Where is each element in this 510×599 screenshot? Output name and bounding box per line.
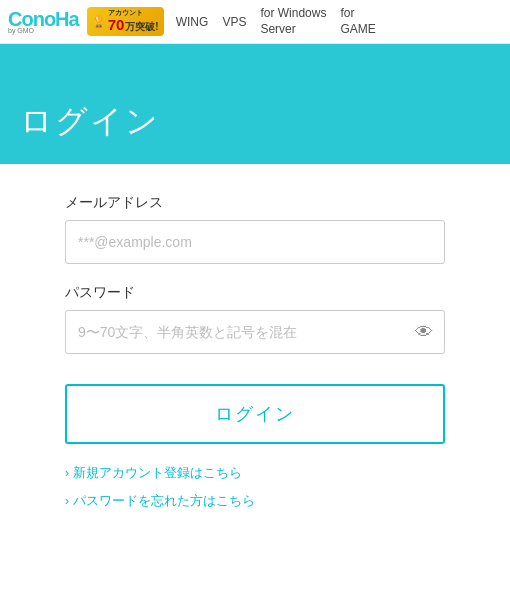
logo: ConoHa by GMO [8, 9, 79, 34]
nav-for-game[interactable]: for GAME [340, 6, 375, 37]
logo-bygmo: by GMO [8, 27, 79, 34]
password-toggle-icon[interactable]: 👁 [415, 322, 433, 343]
login-button[interactable]: ログイン [65, 384, 445, 444]
hero-banner: ログイン [0, 44, 510, 164]
nav-for-windows-line1: for Windows [260, 6, 326, 22]
nav-wing[interactable]: WING [176, 15, 209, 29]
badge-70man: 🏆 アカウント 70 万突破! [87, 7, 164, 36]
trophy-icon: 🏆 [92, 15, 106, 28]
main-nav: WING VPS for Windows Server for GAME [176, 6, 376, 37]
chevron-right-icon-2: › [65, 494, 69, 508]
nav-for-game-line2: GAME [340, 22, 375, 38]
password-input[interactable] [65, 310, 445, 354]
nav-for-game-line1: for [340, 6, 375, 22]
register-link[interactable]: › 新規アカウント登録はこちら [65, 464, 445, 482]
nav-for-windows[interactable]: for Windows Server [260, 6, 326, 37]
email-field-group: メールアドレス [65, 194, 445, 264]
register-link-text: 新規アカウント登録はこちら [73, 464, 242, 482]
page-title: ログイン [20, 100, 160, 144]
email-input[interactable] [65, 220, 445, 264]
chevron-right-icon: › [65, 466, 69, 480]
email-label: メールアドレス [65, 194, 445, 212]
badge-unit: 万突破! [125, 20, 158, 34]
nav-for-windows-line2: Server [260, 22, 326, 38]
forgot-link[interactable]: › パスワードを忘れた方はこちら [65, 492, 445, 510]
form-area: メールアドレス パスワード 👁 ログイン › 新規アカウント登録はこちら › パ… [0, 164, 510, 550]
header: ConoHa by GMO 🏆 アカウント 70 万突破! WING VPS f… [0, 0, 510, 44]
password-input-wrapper: 👁 [65, 310, 445, 354]
forgot-link-text: パスワードを忘れた方はこちら [73, 492, 255, 510]
email-input-wrapper [65, 220, 445, 264]
password-field-group: パスワード 👁 [65, 284, 445, 354]
badge-num: 70 [108, 17, 125, 32]
password-label: パスワード [65, 284, 445, 302]
nav-vps[interactable]: VPS [222, 15, 246, 29]
logo-conoha: ConoHa [8, 9, 79, 29]
